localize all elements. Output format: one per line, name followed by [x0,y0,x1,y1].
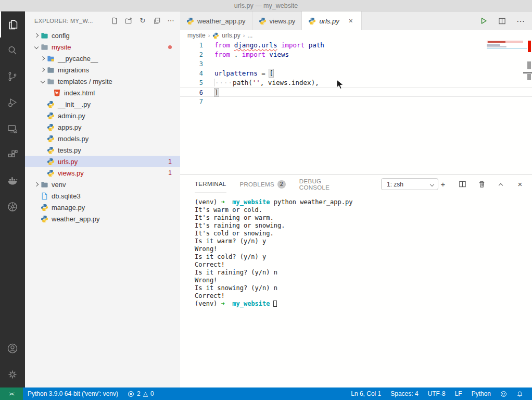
breadcrumb-folder[interactable]: mysite [187,32,206,39]
ruler-error-mark [528,41,531,52]
notifications-bell-icon[interactable] [512,388,528,400]
terminal-line: Correct! [195,292,532,300]
kubernetes-icon[interactable] [0,194,25,220]
status-bar: >< Python 3.9.0 64-bit ('venv': venv) 2 … [0,388,532,400]
feedback-icon[interactable] [496,388,512,400]
tree-item-label: db.sqlite3 [52,192,81,200]
tab-problems[interactable]: PROBLEMS2 [240,175,286,193]
chevron-right-icon[interactable] [39,57,47,60]
chevron-right-icon[interactable] [39,68,47,71]
remote-explorer-icon[interactable] [0,116,25,142]
tree-item-weather-app-py[interactable]: weather_app.py [25,213,180,224]
tree-item-label: apps.py [58,123,82,131]
window-title: urls.py — my_website [234,2,298,9]
problems-count-badge: 1 [168,169,172,177]
run-file-icon[interactable] [479,17,488,25]
terminal-shell-select[interactable]: 1: zsh [381,178,438,190]
more-actions-icon[interactable]: ⋯ [516,16,525,26]
error-circle-icon [128,391,134,397]
title-bar: urls.py — my_website [0,0,532,11]
tree-item-venv[interactable]: venv [25,179,180,190]
tree-item-label: models.py [58,135,88,143]
overview-ruler[interactable] [523,41,532,174]
tree-item-apps-py[interactable]: apps.py [25,121,180,133]
tree-item-templates-mysite[interactable]: templates / mysite [25,76,180,87]
warning-count: 0 [150,390,154,397]
docker-icon[interactable] [0,168,25,194]
tree-item-db-sqlite3[interactable]: db.sqlite3 [25,190,180,202]
tree-item-admin-py[interactable]: admin.py [25,110,180,121]
tree-item-urls-py[interactable]: urls.py 1 [25,156,180,167]
chevron-down-icon[interactable] [39,80,47,83]
tree-item-init-py[interactable]: __init__.py [25,98,180,110]
encoding-status[interactable]: UTF-8 [423,388,450,400]
remote-indicator[interactable]: >< [0,388,23,400]
terminal-line: Is it warm? (y/n) y [195,238,532,245]
chevron-down-icon[interactable] [32,45,41,48]
breadcrumb-separator: › [208,32,210,39]
minimap-line [487,46,506,47]
python-file-icon [47,123,56,131]
python-interpreter-status[interactable]: Python 3.9.0 64-bit ('venv': venv) [23,388,123,400]
code-line: 4 urlpatterns = [ [180,69,532,78]
terminal-output[interactable]: (venv) ➜ my_website python weather_app.p… [180,193,532,388]
collapse-folders-icon[interactable] [153,17,161,25]
tab-urls-py[interactable]: urls.py × [302,11,361,30]
tree-item-views-py[interactable]: views.py 1 [25,167,180,179]
warning-triangle-icon: △ [143,390,148,397]
database-file-icon [41,192,50,200]
tree-item-manage-py[interactable]: manage.py [25,202,180,213]
terminal-line: It's raining or warm. [195,214,532,222]
new-file-icon[interactable] [110,17,119,25]
source-control-icon[interactable] [0,64,25,90]
cursor-position-status[interactable]: Ln 6, Col 1 [346,388,386,400]
explorer-sidebar: EXPLORER: MY_W... ↻ ⋯ config [25,11,180,388]
editor-group: weather_app.py views.py urls.py × ⋯ [180,11,532,388]
more-actions-icon[interactable]: ⋯ [167,17,175,25]
extensions-icon[interactable] [0,142,25,168]
tab-debug-console[interactable]: DEBUG CONSOLE [299,175,338,193]
search-icon[interactable] [0,38,25,64]
refresh-icon[interactable]: ↻ [138,17,147,25]
new-folder-icon[interactable] [124,17,133,25]
tree-item-config[interactable]: config [25,30,180,41]
editor-actions: ⋯ [479,11,532,30]
tree-item-tests-py[interactable]: tests.py [25,144,180,156]
terminal-line: Wrong! [195,277,532,284]
tab-weather-app-py[interactable]: weather_app.py [180,11,252,30]
tab-terminal[interactable]: TERMINAL [195,175,226,193]
account-icon[interactable] [0,335,25,361]
tab-views-py[interactable]: views.py [252,11,302,30]
split-terminal-icon[interactable] [458,180,467,189]
close-panel-icon[interactable]: × [515,180,525,189]
split-editor-icon[interactable] [498,17,506,25]
tree-item-migrations[interactable]: migrations [25,64,180,76]
eol-status[interactable]: LF [450,388,467,400]
terminal-line: Correct! [195,261,532,269]
tree-item-models-py[interactable]: models.py [25,133,180,144]
terminal-line: Is it snowing? (y/n) n [195,284,532,292]
explorer-icon[interactable] [0,11,25,38]
chevron-right-icon[interactable] [32,183,41,186]
problems-badge: 2 [277,180,286,189]
indentation-status[interactable]: Spaces: 4 [386,388,423,400]
python-folder-icon [47,55,56,63]
problems-status[interactable]: 2 △ 0 [123,388,159,400]
language-mode-status[interactable]: Python [467,388,496,400]
python-file-icon [212,32,219,39]
maximize-panel-icon[interactable] [496,180,505,189]
code-editor[interactable]: 1 from django.urls import path 2 from . … [180,41,532,174]
run-debug-icon[interactable] [0,90,25,116]
kill-terminal-icon[interactable] [477,180,486,189]
minimap[interactable] [487,41,523,174]
tree-item-index-html[interactable]: index.html [25,87,180,98]
close-tab-icon[interactable]: × [347,17,355,25]
new-terminal-icon[interactable]: + [438,180,448,189]
tree-item-mysite[interactable]: mysite [25,41,180,53]
tree-item-label: weather_app.py [52,215,100,223]
breadcrumb-symbol[interactable]: ... [247,32,252,39]
settings-gear-icon[interactable] [0,361,25,388]
tree-item-pycache[interactable]: __pycache__ [25,53,180,64]
chevron-right-icon[interactable] [32,34,41,37]
breadcrumb-file[interactable]: urls.py [222,32,240,39]
